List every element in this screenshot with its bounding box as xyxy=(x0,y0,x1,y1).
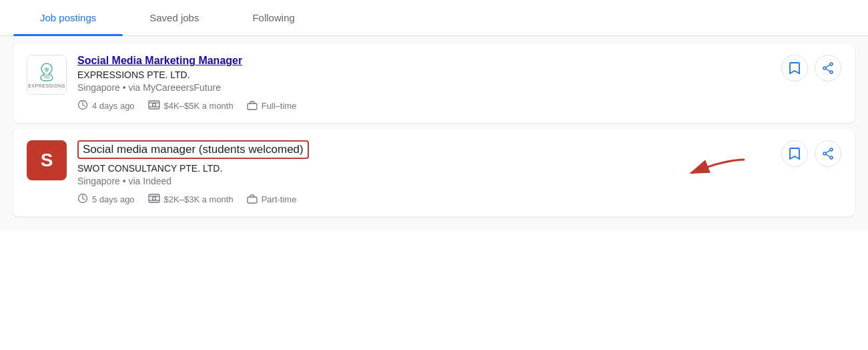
tab-saved-jobs[interactable]: Saved jobs xyxy=(123,0,226,35)
company-logo-2: S xyxy=(27,140,67,180)
clock-icon-1 xyxy=(77,100,88,112)
tab-job-postings[interactable]: Job postings xyxy=(13,0,123,35)
clock-icon-2 xyxy=(77,193,88,206)
svg-line-9 xyxy=(826,65,830,67)
posted-text-1: 4 days ago xyxy=(92,101,135,111)
svg-point-17 xyxy=(830,148,833,151)
bookmark-button-1[interactable] xyxy=(781,55,808,81)
svg-point-18 xyxy=(830,156,833,159)
job-posted-2: 5 days ago xyxy=(77,193,135,206)
company-name-1: EXPRESSIONS PTE. LTD. xyxy=(77,69,768,80)
type-text-1: Full–time xyxy=(262,101,297,111)
salary-text-2: $2K–$3K a month xyxy=(164,194,234,204)
tab-following[interactable]: Following xyxy=(226,0,321,35)
salary-text-1: $4K–$5K a month xyxy=(164,101,234,111)
salary-icon-2 xyxy=(148,194,160,205)
job-meta-2: 5 days ago $2K–$3K a month xyxy=(77,193,768,206)
svg-rect-12 xyxy=(149,194,159,202)
job-salary-1: $4K–$5K a month xyxy=(148,100,234,112)
svg-point-13 xyxy=(152,197,155,200)
job-card-1: EXPRESSIONS Social Media Marketing Manag… xyxy=(13,44,855,123)
svg-point-19 xyxy=(823,152,826,155)
job-meta-1: 4 days ago $4K–$5K a month xyxy=(77,100,768,112)
svg-line-20 xyxy=(826,150,830,153)
type-text-2: Part-time xyxy=(262,194,297,204)
svg-point-8 xyxy=(823,67,826,69)
share-button-1[interactable] xyxy=(815,55,841,81)
job-type-1: Full–time xyxy=(247,100,297,112)
svg-point-2 xyxy=(152,104,155,107)
job-location-2: Singapore • via Indeed xyxy=(77,176,768,186)
tab-bar: Job postings Saved jobs Following xyxy=(0,0,868,36)
tabs-container: Job postings Saved jobs Following xyxy=(0,0,868,36)
company-name-2: SWOT CONSULTANCY PTE. LTD. xyxy=(77,163,768,174)
bookmark-button-2[interactable] xyxy=(781,140,808,167)
job-location-1: Singapore • via MyCareeersFuture xyxy=(77,82,768,93)
svg-rect-5 xyxy=(248,104,257,110)
expressions-logo-svg xyxy=(34,61,59,82)
company-letter-2: S xyxy=(41,150,53,171)
expressions-logo-text: EXPRESSIONS xyxy=(28,83,65,89)
job-info-1: Social Media Marketing Manager EXPRESSIO… xyxy=(77,55,768,112)
job-actions-2 xyxy=(768,140,841,167)
svg-rect-1 xyxy=(149,101,159,109)
job-title-2[interactable]: Social media manager (students welcomed) xyxy=(77,140,309,159)
svg-rect-16 xyxy=(248,197,257,203)
svg-line-10 xyxy=(826,69,830,71)
svg-point-7 xyxy=(830,71,833,73)
briefcase-icon-2 xyxy=(247,194,258,206)
briefcase-icon-1 xyxy=(247,100,258,112)
svg-point-6 xyxy=(830,63,833,65)
posted-text-2: 5 days ago xyxy=(92,194,135,204)
job-actions-1 xyxy=(768,55,841,81)
job-posted-1: 4 days ago xyxy=(77,100,135,112)
expressions-logo: EXPRESSIONS xyxy=(27,55,66,94)
job-salary-2: $2K–$3K a month xyxy=(148,194,234,205)
svg-line-21 xyxy=(826,154,830,157)
job-type-2: Part-time xyxy=(247,194,297,206)
share-button-2[interactable] xyxy=(815,140,841,167)
job-card-2: S Social media manager (students welcome… xyxy=(13,130,855,216)
job-info-2: Social media manager (students welcomed)… xyxy=(77,140,768,206)
salary-icon-1 xyxy=(148,100,160,112)
jobs-list: EXPRESSIONS Social Media Marketing Manag… xyxy=(0,36,868,231)
job-title-1[interactable]: Social Media Marketing Manager xyxy=(77,55,768,67)
company-logo-1: EXPRESSIONS xyxy=(27,55,67,95)
